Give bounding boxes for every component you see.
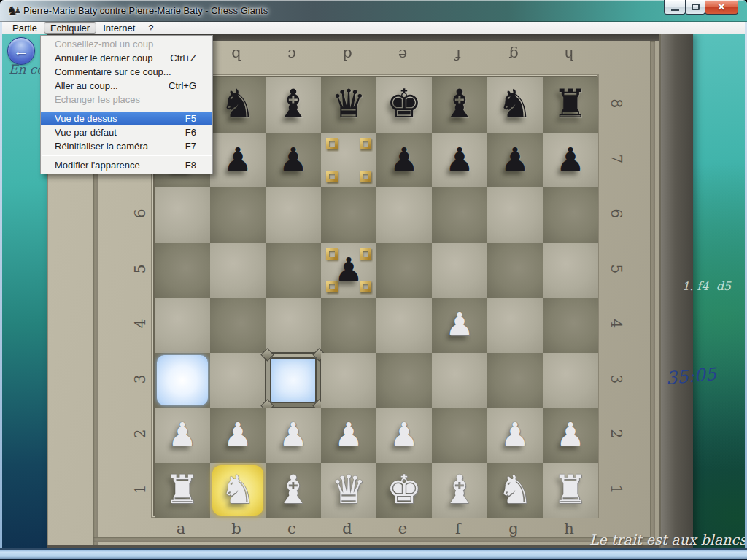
square-a6[interactable] [155, 187, 210, 243]
square-e6[interactable] [376, 187, 432, 243]
square-h1[interactable]: ♜ [543, 463, 598, 518]
square-c1[interactable]: ♝ [266, 463, 321, 518]
board-label: d [320, 43, 375, 63]
square-a4[interactable] [155, 298, 210, 353]
square-b2[interactable]: ♟ [210, 408, 266, 463]
square-d7[interactable] [321, 133, 376, 188]
square-a3[interactable] [155, 353, 210, 408]
square-e2[interactable]: ♟ [376, 408, 432, 463]
square-f2[interactable] [432, 408, 487, 463]
square-c2[interactable]: ♟ [266, 408, 321, 463]
back-button[interactable]: ← [7, 37, 35, 65]
menu-item-commentaire-sur-ce-coup[interactable]: Commentaire sur ce coup... [41, 65, 212, 79]
square-e1[interactable]: ♚ [376, 463, 432, 518]
square-d5[interactable]: ♟ [321, 243, 376, 298]
square-d2[interactable]: ♟ [321, 408, 376, 463]
square-b7[interactable]: ♟ [210, 133, 266, 188]
square-e8[interactable]: ♚ [376, 77, 432, 133]
board-label: c [264, 520, 320, 540]
menu-separator [42, 155, 212, 156]
square-c6[interactable] [266, 187, 321, 243]
square-g4[interactable] [487, 298, 543, 353]
square-h4[interactable] [543, 298, 598, 353]
close-button[interactable]: ✕ [705, 0, 738, 15]
square-d8[interactable]: ♛ [321, 77, 376, 133]
board-label: g [486, 43, 541, 63]
piece-black-bishop: ♝ [432, 77, 487, 131]
square-g5[interactable] [487, 243, 543, 298]
square-h7[interactable]: ♟ [543, 133, 598, 188]
board-label: g [486, 520, 541, 540]
menu-internet[interactable]: Internet [96, 22, 142, 34]
window-border-bottom [0, 548, 747, 560]
square-d1[interactable]: ♛ [321, 463, 376, 518]
square-b6[interactable] [210, 187, 266, 243]
square-c8[interactable]: ♝ [266, 77, 321, 133]
square-b1[interactable]: ♞ [210, 463, 266, 518]
square-e3[interactable] [376, 353, 432, 408]
square-f4[interactable]: ♟ [432, 298, 487, 353]
menu-help[interactable]: ? [142, 22, 160, 34]
square-a2[interactable]: ♟ [155, 408, 210, 463]
square-a5[interactable] [155, 243, 210, 298]
menu-echiquier[interactable]: Echiquier [44, 22, 96, 34]
square-f5[interactable] [432, 243, 487, 298]
square-h6[interactable] [543, 187, 598, 243]
square-f6[interactable] [432, 187, 487, 243]
square-c5[interactable] [266, 243, 321, 298]
close-icon: ✕ [718, 1, 726, 12]
piece-black-rook: ♜ [543, 77, 598, 131]
board-label: f [430, 43, 486, 63]
menu-item-vue-de-dessus[interactable]: Vue de dessusF5 [41, 112, 212, 125]
minimize-button[interactable] [664, 0, 686, 15]
menu-item-reinitialiser-la-camera[interactable]: Réinitialiser la caméraF7 [41, 139, 212, 153]
square-b8[interactable]: ♞ [210, 77, 266, 133]
square-f8[interactable]: ♝ [432, 77, 487, 133]
square-d3[interactable] [321, 353, 376, 408]
app-icon-chess-knight: ♞♟ [7, 4, 18, 18]
square-e4[interactable] [376, 298, 432, 353]
square-b4[interactable] [210, 298, 266, 353]
menu-item-echanger-les-places: Echanger les places [41, 93, 212, 106]
board-groove-right [650, 41, 655, 545]
piece-white-pawn: ♟ [432, 298, 487, 351]
square-h2[interactable]: ♟ [543, 408, 598, 463]
square-g6[interactable] [487, 187, 543, 243]
square-a1[interactable]: ♜ [155, 463, 210, 518]
square-f1[interactable]: ♝ [432, 463, 487, 518]
maximize-button[interactable] [685, 0, 705, 15]
move-list-text: 1. f4 d5 [682, 279, 731, 293]
menu-item-vue-par-defaut[interactable]: Vue par défautF6 [41, 125, 212, 139]
square-e5[interactable] [376, 243, 432, 298]
square-d4[interactable] [321, 298, 376, 353]
piece-white-bishop: ♝ [432, 463, 487, 516]
square-b5[interactable] [210, 243, 266, 298]
square-c3[interactable] [266, 353, 321, 408]
square-h3[interactable] [543, 353, 598, 408]
square-e7[interactable]: ♟ [376, 133, 432, 188]
square-h8[interactable]: ♜ [543, 77, 598, 133]
square-c4[interactable] [266, 298, 321, 353]
square-g7[interactable]: ♟ [487, 133, 543, 188]
square-g1[interactable]: ♞ [487, 463, 543, 518]
piece-black-knight: ♞ [487, 77, 543, 131]
piece-white-pawn: ♟ [155, 408, 210, 461]
piece-white-pawn: ♟ [266, 408, 321, 461]
menu-partie[interactable]: Partie [6, 22, 44, 34]
square-d6[interactable] [321, 187, 376, 243]
menu-item-annuler-le-dernier-coup[interactable]: Annuler le dernier coupCtrl+Z [41, 51, 212, 65]
square-g3[interactable] [487, 353, 543, 408]
square-f3[interactable] [432, 353, 487, 408]
square-b3[interactable] [210, 353, 266, 408]
titlebar[interactable]: ♞♟ Pierre-Marie Baty contre Pierre-Marie… [0, 0, 747, 22]
square-f7[interactable]: ♟ [432, 133, 487, 188]
square-h5[interactable] [543, 243, 598, 298]
square-g2[interactable]: ♟ [487, 408, 543, 463]
menu-item-modifier-l-apparence[interactable]: Modifier l'apparenceF8 [41, 158, 212, 172]
menu-item-aller-au-coup[interactable]: Aller au coup...Ctrl+G [41, 79, 212, 93]
square-c7[interactable]: ♟ [266, 133, 321, 188]
square-g8[interactable]: ♞ [487, 77, 543, 133]
board-rank-labels-right: 87654321 [605, 76, 627, 516]
turn-message-text: Le trait est aux blancs. [589, 532, 745, 548]
piece-black-pawn: ♟ [266, 133, 321, 186]
